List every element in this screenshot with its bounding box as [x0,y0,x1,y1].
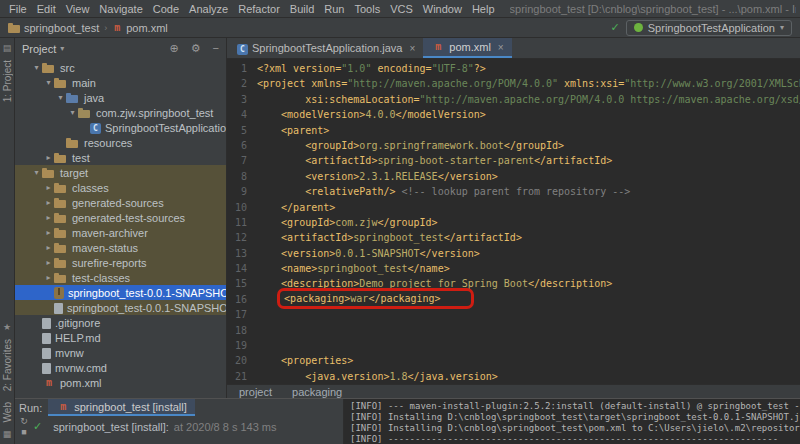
tree-item-src[interactable]: ▾src [15,60,226,75]
tab-pom-xml[interactable]: pom.xml× [423,38,511,58]
tree-item-test-classes[interactable]: ▸test-classes [15,270,226,285]
breadcrumb-project[interactable]: springboot_test [24,22,99,34]
project-panel-header: Project ▾ ⊕⚙− [15,38,226,59]
tree-item-label: mvnw [55,347,84,359]
tab-label: pom.xml [449,41,491,53]
line-content: <?xml version="1.0" encoding="UTF-8"?> [257,61,486,76]
locate-file-icon[interactable]: ⊕ [169,42,178,55]
tree-item-springboot-test-0-0-1-snapshot-jar[interactable]: springboot_test-0.0.1-SNAPSHOT.jar [15,285,226,300]
console-line: [INFO] ---------------------------------… [350,434,800,444]
menu-tools[interactable]: Tools [349,3,385,15]
close-icon[interactable]: × [498,42,504,53]
line-content: <relativePath/> <!-- lookup parent from … [257,184,630,199]
line-content: <groupId>org.springframework.boot</group… [257,138,564,153]
tree-item-surefire-reports[interactable]: ▸surefire-reports [15,255,226,270]
menu-help[interactable]: Help [467,3,500,15]
folder-icon [54,212,68,224]
star-icon[interactable]: ★ [3,322,11,332]
breadcrumb-pom[interactable]: pom.xml [126,22,168,34]
tree-item-maven-archiver[interactable]: ▸maven-archiver [15,225,226,240]
line-content: <artifactId>springboot_test</artifactId> [257,230,522,245]
tree-item-label: maven-status [72,242,138,254]
menu-edit[interactable]: Edit [32,3,61,15]
code-line: 7 <artifactId>spring-boot-starter-parent… [227,153,800,168]
chevron-down-icon[interactable]: ▾ [60,44,64,53]
tree-item-springboot-test-0-0-1-snapshot-jar-original[interactable]: springboot_test-0.0.1-SNAPSHOT.jar.origi… [15,300,226,315]
run-status-row[interactable]: ✓ springboot_test [install]: at 2020/8 8… [33,416,277,433]
tree-item-target[interactable]: ▾target [15,165,226,180]
tree-item-classes[interactable]: ▸classes [15,180,226,195]
breadcrumb-tag-packaging[interactable]: packaging [292,386,342,398]
file-icon [42,333,51,344]
tool-window-tab-favorites[interactable]: 2: Favorites [2,339,13,391]
menu-view[interactable]: View [61,3,95,15]
line-content: <artifactId>spring-boot-starter-parent</… [257,153,612,168]
chevron-right-icon: ▸ [43,228,54,237]
run-configuration-select[interactable]: SpringbootTestApplication ▾ [626,20,792,36]
chevron-right-icon: ▸ [43,183,54,192]
tree-item-generated-sources[interactable]: ▸generated-sources [15,195,226,210]
code-line: 12 <artifactId>springboot_test</artifact… [227,230,800,245]
tree-item-java[interactable]: ▾java [15,90,226,105]
code-line: 4 <modelVersion>4.0.0</modelVersion> [227,107,800,122]
tool-window-tab-web[interactable]: Web [2,402,13,422]
project-tree[interactable]: ▾src▾main▾java▾com.zjw.springboot_testSp… [15,59,226,398]
run-tab[interactable]: springboot_test [install] [48,399,195,416]
line-content: <java.version>1.8</java.version> [257,369,498,384]
run-status-duration: at 2020/8 8 s 143 ms [174,421,277,433]
rerun-icon[interactable]: ↻ [20,416,28,427]
menu-vcs[interactable]: VCS [385,3,418,15]
tree-item-generated-test-sources[interactable]: ▸generated-test-sources [15,210,226,225]
project-stripe-icon[interactable]: ▤ [3,43,12,53]
code-line: 19 [227,338,800,353]
tree-item-resources[interactable]: resources [15,135,226,150]
tree-item-help-md[interactable]: HELP.md [15,330,226,345]
gear-icon[interactable]: ⚙ [191,42,201,55]
menu-code[interactable]: Code [148,3,184,15]
tree-item-mvnw[interactable]: mvnw [15,345,226,360]
close-icon[interactable]: × [409,43,415,54]
tree-item-com-zjw-springboot-test[interactable]: ▾com.zjw.springboot_test [15,105,226,120]
menu-analyze[interactable]: Analyze [184,3,233,15]
tree-item-maven-status[interactable]: ▸maven-status [15,240,226,255]
chevron-down-icon: ▾ [780,23,784,32]
menu-run[interactable]: Run [319,3,349,15]
run-tab-label: springboot_test [install] [74,401,187,413]
tab-springboottestapplication-java[interactable]: SpringbootTestApplication.java× [229,38,423,58]
line-number: 15 [227,276,257,291]
folder-src-icon [66,92,80,104]
class-icon [237,44,248,55]
window-title: springboot_test [D:\cnblog\springboot_te… [510,3,796,15]
menu-items: FileEditViewNavigateCodeAnalyzeRefactorB… [4,3,500,15]
code-line: 5 <parent> [227,123,800,138]
line-content: <modelVersion>4.0.0</modelVersion> [257,107,486,122]
run-tool-window: Run: springboot_test [install] ↻■ ✓ spri… [15,398,800,444]
menu-file[interactable]: File [4,3,32,15]
tool-window-tab-project[interactable]: 1: Project [2,60,13,102]
maven-icon [42,377,56,389]
console-line: [INFO] --- maven-install-plugin:2.5.2:in… [350,401,800,412]
line-content: </parent> [257,200,335,215]
tool-window-switcher-icon[interactable]: ▦ [3,429,12,439]
collapse-all-icon[interactable]: − [213,42,219,55]
menu-refactor[interactable]: Refactor [233,3,285,15]
tree-item-mvnw-cmd[interactable]: mvnw.cmd [15,360,226,375]
project-panel-title[interactable]: Project [22,43,56,55]
stop-icon[interactable]: ■ [21,427,26,438]
tree-item-test[interactable]: ▸test [15,150,226,165]
breadcrumb-tag-project[interactable]: project [239,386,272,398]
tree-item-label: test [72,152,90,164]
tree-item-pom-xml[interactable]: pom.xml [15,375,226,390]
editor-area: SpringbootTestApplication.java×pom.xml× … [227,38,800,398]
code-line: 17 [227,307,800,322]
chevron-right-icon: ▸ [43,198,54,207]
tree-item-main[interactable]: ▾main [15,75,226,90]
tree-item-gitignore[interactable]: .gitignore [15,315,226,330]
console-output[interactable]: [INFO] --- maven-install-plugin:2.5.2:in… [343,399,800,444]
build-success-icon: ✓ [611,21,620,34]
tree-item-springboottestapplication[interactable]: SpringbootTestApplication [15,120,226,135]
code-editor[interactable]: 1<?xml version="1.0" encoding="UTF-8"?>2… [227,59,800,384]
menu-window[interactable]: Window [418,3,467,15]
menu-build[interactable]: Build [285,3,319,15]
menu-navigate[interactable]: Navigate [94,3,147,15]
